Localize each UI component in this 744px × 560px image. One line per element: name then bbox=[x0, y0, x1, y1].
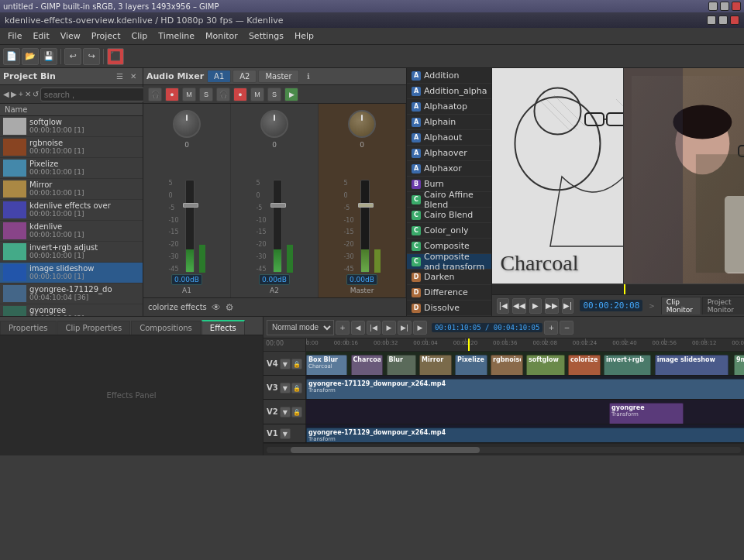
prev-to-end-btn[interactable]: ▶| bbox=[562, 298, 574, 314]
effect-item-4[interactable]: A Alphaout bbox=[407, 130, 491, 146]
tab-properties[interactable]: Properties bbox=[0, 321, 57, 335]
bin-item-7[interactable]: image slideshow 00:00:10:00 [1] bbox=[0, 263, 143, 283]
bin-add-btn[interactable]: + bbox=[19, 88, 23, 101]
tl-back-btn[interactable]: |◀ bbox=[367, 321, 381, 335]
effect-item-12[interactable]: C Composite and transform bbox=[407, 254, 491, 270]
track-content-v3[interactable]: gyongree-171129_downpour_x264.mp4Transfo… bbox=[306, 376, 744, 399]
tl-zoom-out-btn[interactable]: − bbox=[560, 321, 574, 335]
settings-icon[interactable]: ⚙ bbox=[226, 302, 234, 313]
mixer-knob-a2[interactable] bbox=[260, 110, 288, 138]
effect-item-3[interactable]: A Alphain bbox=[407, 115, 491, 130]
track-v4-toggle[interactable]: ▼ bbox=[280, 359, 291, 369]
track-v1-toggle[interactable]: ▼ bbox=[280, 428, 291, 439]
bin-search-input[interactable] bbox=[40, 88, 155, 101]
gimp-minimize-btn[interactable] bbox=[708, 2, 718, 11]
scrollbar-track[interactable] bbox=[267, 447, 741, 453]
track-v3-lock[interactable]: 🔒 bbox=[291, 383, 302, 393]
bin-item-1[interactable]: rgbnoise 00:00:10:00 [1] bbox=[0, 137, 143, 158]
tl-prev-btn[interactable]: ◀ bbox=[351, 321, 365, 335]
bin-item-6[interactable]: invert+rgb adjust 00:00:10:00 [1] bbox=[0, 242, 143, 263]
kden-close-btn[interactable] bbox=[730, 15, 739, 25]
mixer-solo-a2[interactable]: S bbox=[267, 88, 281, 101]
scrollbar-thumb[interactable] bbox=[291, 447, 480, 453]
tl-next-btn[interactable]: ▶ bbox=[413, 321, 427, 335]
track-content-v4[interactable]: Box BlurCharcoalCharcoalBlurMirrorPixeli… bbox=[306, 352, 744, 375]
gimp-close-btn[interactable] bbox=[732, 2, 741, 11]
effect-item-13[interactable]: D Darken bbox=[407, 270, 491, 285]
tl-play-btn[interactable]: ▶ bbox=[382, 321, 396, 335]
track-v4-lock[interactable]: 🔒 bbox=[291, 359, 302, 369]
clip-track-v4-content-0[interactable]: Box BlurCharcoal bbox=[306, 355, 347, 375]
effect-item-2[interactable]: A Alphaatop bbox=[407, 99, 491, 115]
clip-track-v4-content-8[interactable]: invert+rgb bbox=[604, 355, 651, 375]
clip-track-v4-content-5[interactable]: rgbnoise bbox=[491, 355, 523, 375]
effect-item-5[interactable]: A Alphaover bbox=[407, 146, 491, 161]
bin-forward-btn[interactable]: ▶ bbox=[11, 88, 17, 101]
menu-clip[interactable]: Clip bbox=[126, 29, 152, 43]
undo-btn[interactable]: ↩ bbox=[64, 48, 81, 65]
menu-file[interactable]: File bbox=[3, 29, 26, 43]
bin-refresh-btn[interactable]: ↺ bbox=[33, 88, 39, 101]
fader-track-master[interactable] bbox=[360, 180, 370, 273]
menu-help[interactable]: Help bbox=[290, 29, 319, 43]
clip-track-v2-content-0[interactable]: gyongreeTransform bbox=[609, 403, 684, 423]
clip-track-v4-content-2[interactable]: Blur bbox=[387, 355, 416, 375]
effect-item-14[interactable]: D Difference bbox=[407, 285, 491, 301]
redo-btn[interactable]: ↪ bbox=[83, 48, 100, 65]
clip-track-v4-content-1[interactable]: Charcoal bbox=[351, 355, 384, 375]
eye-icon[interactable]: 👁 bbox=[212, 302, 221, 313]
effect-item-8[interactable]: C Cairo Affine Blend bbox=[407, 192, 491, 208]
mixer-rec-a2[interactable]: ● bbox=[233, 88, 247, 101]
mixer-mute-a2[interactable]: M bbox=[250, 88, 264, 101]
fader-handle-a2[interactable] bbox=[270, 203, 286, 208]
prev-to-start-btn[interactable]: |◀ bbox=[497, 298, 509, 314]
effect-item-1[interactable]: A Addition_alpha bbox=[407, 84, 491, 99]
open-btn[interactable]: 📂 bbox=[22, 48, 39, 65]
bin-back-btn[interactable]: ◀ bbox=[3, 88, 9, 101]
track-v3-toggle[interactable]: ▼ bbox=[280, 383, 291, 393]
render-btn[interactable]: ⬛ bbox=[107, 48, 124, 65]
mixer-headphone-btn[interactable]: 🎧 bbox=[148, 88, 162, 101]
mixer-rec-a1[interactable]: ● bbox=[165, 88, 179, 101]
fader-track-a2[interactable] bbox=[273, 180, 282, 273]
fader-handle-master[interactable] bbox=[358, 203, 374, 208]
clip-track-v4-content-6[interactable]: softglow bbox=[526, 355, 565, 375]
bin-item-4[interactable]: kdenlive effects over 00:00:10:00 [1] bbox=[0, 200, 143, 221]
mixer-mute-a1[interactable]: M bbox=[182, 88, 196, 101]
tl-zoom-in-btn[interactable]: + bbox=[544, 321, 558, 335]
preview-scrubber[interactable] bbox=[492, 283, 744, 294]
bin-delete-btn[interactable]: ✕ bbox=[25, 88, 31, 101]
prev-step-fwd-btn[interactable]: ▶▶ bbox=[545, 298, 559, 314]
bin-item-2[interactable]: Pixelize 00:00:10:00 [1] bbox=[0, 158, 143, 179]
effect-item-10[interactable]: C Color_only bbox=[407, 223, 491, 239]
bin-item-8[interactable]: gyongree-171129_do 00:04:10:04 [36] bbox=[0, 283, 143, 304]
mixer-play-btn[interactable]: ▶ bbox=[284, 88, 298, 101]
bin-menu-btn[interactable]: ☰ bbox=[113, 70, 126, 83]
mixer-headphone2-btn[interactable]: 🎧 bbox=[216, 88, 230, 101]
clip-track-v4-content-3[interactable]: Mirror bbox=[419, 355, 452, 375]
track-v2-toggle[interactable]: ▼ bbox=[280, 407, 291, 417]
bin-item-0[interactable]: softglow 00:00:10:00 [1] bbox=[0, 116, 143, 137]
effect-item-15[interactable]: D Dissolve bbox=[407, 301, 491, 316]
new-btn[interactable]: 📄 bbox=[3, 48, 20, 65]
gimp-maximize-btn[interactable] bbox=[720, 2, 729, 11]
tab-clip-properties[interactable]: Clip Properties bbox=[57, 321, 131, 335]
clip-track-v4-content-9[interactable]: image slideshow bbox=[655, 355, 729, 375]
track-content-v1[interactable]: gyongree-171129_downpour_x264.mp4Transfo… bbox=[306, 424, 744, 442]
prev-play-btn[interactable]: ▶ bbox=[529, 298, 542, 314]
bin-item-5[interactable]: kdenlive 00:00:10:00 [1] bbox=[0, 221, 143, 242]
tl-fwd-btn[interactable]: ▶| bbox=[398, 321, 412, 335]
mixer-knob-master[interactable] bbox=[348, 110, 376, 138]
menu-project[interactable]: Project bbox=[87, 29, 126, 43]
bin-item-9[interactable]: gyongree 00:13:40:00 [2] bbox=[0, 304, 143, 316]
effect-item-0[interactable]: A Addition bbox=[407, 68, 491, 84]
mixer-info-btn[interactable]: ℹ bbox=[302, 70, 315, 83]
project-monitor-tab[interactable]: Project Monitor bbox=[702, 297, 744, 314]
timeline-scrollbar[interactable] bbox=[264, 443, 744, 455]
tab-effects[interactable]: Effects bbox=[202, 320, 245, 335]
fader-handle-a1[interactable] bbox=[183, 203, 198, 208]
menu-view[interactable]: View bbox=[56, 29, 85, 43]
bin-close-btn[interactable]: ✕ bbox=[127, 70, 140, 83]
menu-monitor[interactable]: Monitor bbox=[201, 29, 243, 43]
menu-edit[interactable]: Edit bbox=[28, 29, 53, 43]
